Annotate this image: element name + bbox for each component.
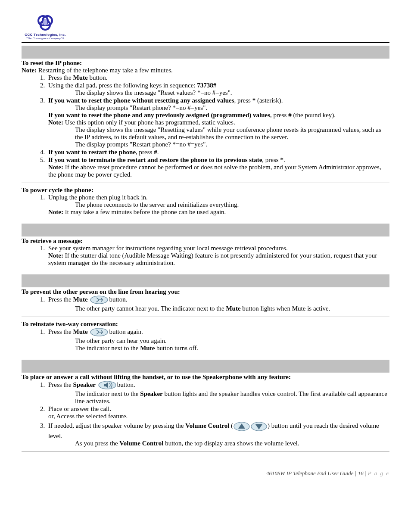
reset-steps: Press the Mute button. Using the dial pa… [47, 74, 389, 178]
reset-step-2: Using the dial pad, press the following … [47, 82, 389, 96]
volume-down-icon [250, 421, 268, 433]
power-step-1: Unplug the phone then plug it back in. T… [47, 194, 389, 216]
retrieve-steps: See your system manager for instructions… [47, 245, 389, 267]
svg-point-3 [43, 19, 47, 25]
speaker-step-1: Press the Speaker button. The indicator … [47, 381, 389, 405]
volume-up-icon [233, 421, 250, 433]
power-steps: Unplug the phone then plug it back in. T… [47, 194, 389, 216]
divider [22, 451, 389, 452]
page-footer: 4610SW IP Telephone End User Guide | 16 … [22, 470, 389, 477]
mute-button-icon [90, 327, 109, 337]
header-rule [22, 42, 389, 43]
logo-text-2: "The Convergence Company"® [22, 37, 69, 40]
mute-button-icon [90, 295, 109, 305]
reset-step-1: Press the Mute button. [47, 74, 389, 81]
logo-text-1: CCC Technologies, Inc. [22, 33, 69, 37]
reset-title: To reset the IP phone: [22, 59, 389, 67]
mute-off-steps: Press the Mute button again. The other p… [47, 328, 389, 352]
divider [22, 183, 389, 183]
reset-step-5: If you want to terminate the restart and… [47, 156, 389, 178]
speaker-steps: Press the Speaker button. The indicator … [47, 381, 389, 447]
mute-on-steps: Press the Mute button. The other party c… [47, 296, 389, 312]
company-logo-block: CCC Technologies, Inc. "The Convergence … [22, 13, 69, 40]
section-bar-reset [22, 46, 389, 59]
retrieve-title: To retrieve a message: [22, 237, 389, 245]
section-bar-retrieve [22, 224, 389, 236]
mute-on-step-1: Press the Mute button. The other party c… [47, 296, 389, 312]
speaker-title: To place or answer a call without liftin… [22, 373, 389, 381]
reset-step-3b: If you want to reset the phone and any p… [48, 112, 389, 119]
reset-note: Note: Restarting of the telephone may ta… [22, 67, 389, 74]
mute-off-title: To reinstate two-way conversation: [22, 320, 389, 328]
divider [22, 317, 389, 317]
footer-rule [22, 468, 389, 468]
reset-step-4: If you want to restart the phone, press … [47, 149, 389, 156]
speaker-step-2: Place or answer the call. or, Access the… [47, 405, 389, 420]
reset-step-3: If you want to reset the phone without r… [47, 97, 389, 148]
retrieve-step-1: See your system manager for instructions… [47, 245, 389, 267]
speaker-button-icon [98, 380, 117, 390]
speaker-step-3: If needed, adjust the speaker volume by … [47, 420, 389, 447]
mute-off-step-1: Press the Mute button again. The other p… [47, 328, 389, 352]
power-title: To power cycle the phone: [22, 187, 389, 194]
section-bar-speaker [22, 360, 389, 373]
company-logo-icon [34, 13, 57, 32]
section-bar-mute [22, 274, 389, 287]
mute-on-title: To prevent the other person on the line … [22, 288, 389, 296]
